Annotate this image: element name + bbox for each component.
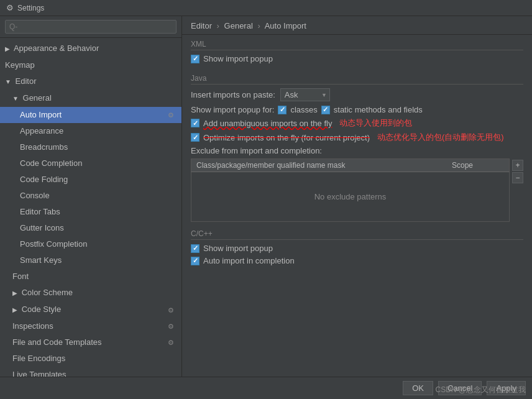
- right-panel: Editor › General › Auto Import XML Show …: [182, 16, 532, 377]
- sidebar-item-code-folding[interactable]: Code Folding: [0, 172, 181, 188]
- sidebar-item-font[interactable]: Font: [0, 268, 181, 285]
- watermark: CSDN @思念又何曾放过我: [435, 385, 526, 395]
- xml-show-import-popup-checkbox[interactable]: [191, 55, 200, 63]
- sidebar-item-general[interactable]: ▼ General: [0, 90, 181, 107]
- sidebar-item-live-templates[interactable]: Live Templates: [0, 367, 181, 377]
- sidebar-item-auto-import[interactable]: Auto Import ⚙: [0, 107, 181, 123]
- nav-tree: ▶ Appearance & Behavior Keymap ▼ Editor …: [0, 38, 181, 377]
- main-content: ▶ Appearance & Behavior Keymap ▼ Editor …: [0, 16, 532, 377]
- sidebar-item-gutter-icons[interactable]: Gutter Icons: [0, 220, 181, 236]
- exclude-col-name: Class/package/member qualified name mask: [191, 159, 447, 172]
- exclude-table-wrapper: Class/package/member qualified name mask…: [191, 158, 523, 222]
- sidebar-item-color-scheme[interactable]: ▶ Color Scheme: [0, 285, 181, 301]
- add-unambiguous-label: Add unambiguous imports on the fly: [203, 119, 332, 128]
- sidebar-item-smart-keys[interactable]: Smart Keys: [0, 252, 181, 268]
- xml-section: XML Show import popup: [182, 35, 532, 69]
- optimize-imports-annotation: 动态优化导入的包(自动删除无用包): [377, 132, 504, 143]
- add-unambiguous-row: Add unambiguous imports on the fly 动态导入使…: [191, 117, 523, 129]
- static-methods-label: static methods and fields: [334, 105, 423, 114]
- cpp-show-import-popup-label: Show import popup: [203, 244, 273, 253]
- ok-button[interactable]: OK: [403, 381, 433, 395]
- add-exclude-button[interactable]: +: [512, 160, 523, 171]
- optimize-imports-label: Optimize imports on the fly (for current…: [203, 133, 370, 142]
- arrow-icon: ▶: [12, 287, 17, 300]
- arrow-icon: ▶: [5, 42, 10, 56]
- sidebar-item-keymap[interactable]: Keymap: [0, 57, 181, 73]
- exclude-table-body: No exclude patterns: [191, 172, 510, 222]
- exclude-table-controls: + −: [512, 158, 523, 183]
- search-input[interactable]: [5, 20, 177, 34]
- arrow-icon: ▼: [5, 75, 11, 89]
- gear-icon: ⚙: [168, 303, 174, 317]
- cpp-auto-import-label: Auto import in completion: [203, 256, 295, 265]
- sidebar-item-file-encodings[interactable]: File Encodings: [0, 351, 181, 367]
- optimize-imports-checkbox[interactable]: [191, 133, 200, 142]
- show-import-popup-for-label: Show import popup for:: [191, 105, 274, 114]
- remove-exclude-button[interactable]: −: [512, 172, 523, 183]
- show-import-popup-for-row: Show import popup for: classes static me…: [191, 105, 523, 114]
- sidebar-item-appearance[interactable]: Appearance: [0, 123, 181, 139]
- insert-imports-dropdown-wrapper: Ask All None: [280, 88, 330, 101]
- classes-checkbox[interactable]: [278, 106, 287, 114]
- cpp-label: C/C++: [191, 229, 523, 240]
- gear-icon: ⚙: [168, 319, 174, 333]
- exclude-label-row: Exclude from import and completion:: [191, 146, 523, 155]
- cpp-show-import-popup-row: Show import popup: [191, 244, 523, 253]
- exclude-col-scope: Scope: [447, 159, 509, 172]
- title-text: Settings: [17, 4, 44, 12]
- no-patterns-text: No exclude patterns: [314, 192, 387, 201]
- arrow-icon: ▼: [12, 92, 19, 106]
- left-panel: ▶ Appearance & Behavior Keymap ▼ Editor …: [0, 16, 182, 377]
- sidebar-item-appearance-behavior[interactable]: ▶ Appearance & Behavior: [0, 40, 181, 57]
- classes-label: classes: [290, 105, 317, 114]
- exclude-table-header: Class/package/member qualified name mask…: [191, 158, 510, 172]
- insert-imports-label: Insert imports on paste:: [191, 90, 275, 99]
- cpp-show-import-popup-checkbox[interactable]: [191, 244, 200, 253]
- cpp-auto-import-row: Auto import in completion: [191, 256, 523, 265]
- sidebar-item-breadcrumbs[interactable]: Breadcrumbs: [0, 139, 181, 155]
- arrow-icon: ▶: [12, 303, 17, 317]
- xml-label: XML: [191, 40, 523, 50]
- gear-icon: ⚙: [168, 108, 174, 122]
- xml-show-import-popup-label: Show import popup: [203, 54, 273, 63]
- java-label: Java: [191, 74, 523, 85]
- exclude-table: Class/package/member qualified name mask…: [191, 158, 510, 222]
- sidebar-item-editor[interactable]: ▼ Editor: [0, 73, 181, 90]
- insert-imports-row: Insert imports on paste: Ask All None: [191, 88, 523, 101]
- gear-icon: ⚙: [168, 336, 174, 349]
- exclude-label: Exclude from import and completion:: [191, 146, 322, 155]
- sidebar-item-console[interactable]: Console: [0, 188, 181, 204]
- sidebar-item-code-completion[interactable]: Code Completion: [0, 155, 181, 172]
- sidebar-item-inspections[interactable]: Inspections ⚙: [0, 318, 181, 334]
- insert-imports-select[interactable]: Ask All None: [280, 88, 330, 101]
- cpp-section: C/C++ Show import popup Auto import in c…: [182, 224, 532, 271]
- xml-show-import-popup-row: Show import popup: [191, 54, 523, 63]
- sidebar-item-file-code-templates[interactable]: File and Code Templates ⚙: [0, 334, 181, 351]
- search-box: [0, 16, 181, 38]
- sidebar-item-editor-tabs[interactable]: Editor Tabs: [0, 204, 181, 220]
- cpp-auto-import-checkbox[interactable]: [191, 257, 200, 265]
- title-bar: ⚙ Settings: [0, 0, 532, 16]
- add-unambiguous-checkbox[interactable]: [191, 119, 200, 127]
- optimize-imports-row: Optimize imports on the fly (for current…: [191, 132, 523, 143]
- add-unambiguous-annotation: 动态导入使用到的包: [339, 117, 412, 129]
- sidebar-item-code-style[interactable]: ▶ Code Style ⚙: [0, 301, 181, 318]
- java-section: Java Insert imports on paste: Ask All No…: [182, 69, 532, 224]
- static-methods-checkbox[interactable]: [321, 106, 330, 114]
- breadcrumb: Editor › General › Auto Import: [182, 16, 532, 35]
- sidebar-item-postfix-completion[interactable]: Postfix Completion: [0, 236, 181, 252]
- settings-icon: ⚙: [6, 3, 14, 12]
